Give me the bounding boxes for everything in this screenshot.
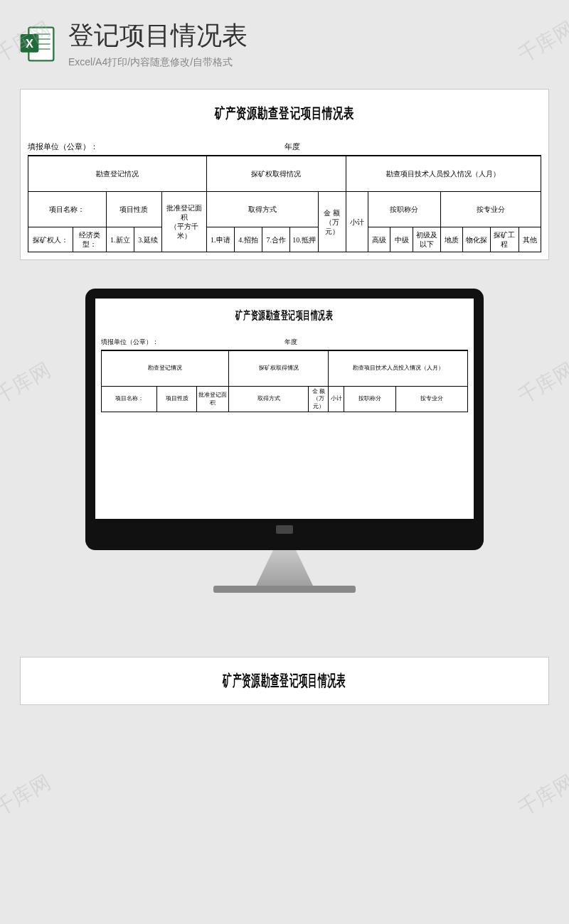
label-by-title: 按职称分	[368, 192, 441, 227]
monitor-mockup: 矿产资源勘查登记项目情况表 填报单位（公章）： 年度 勘查登记情况 探矿权取得情…	[0, 289, 569, 593]
page-title: 登记项目情况表	[68, 18, 248, 53]
monitor-stand	[256, 550, 313, 586]
label-mortgage: 10.抵押	[290, 227, 318, 252]
label-amount: 金 额（万元）	[318, 192, 346, 252]
label-prospect: 探矿工程	[491, 227, 519, 252]
document-title: 矿产资源勘查登记项目情况表	[171, 304, 398, 333]
label-subtotal: 小计	[346, 192, 368, 252]
label-geophys: 物化探	[463, 227, 491, 252]
bottom-title-strip: 矿产资源勘查登记项目情况表	[20, 657, 549, 705]
label-project-name: 项目名称：	[102, 387, 157, 412]
monitor-screen: 矿产资源勘查登记项目情况表 填报单位（公章）： 年度 勘查登记情况 探矿权取得情…	[95, 299, 474, 519]
label-bid: 4.招拍	[234, 227, 262, 252]
svg-text:X: X	[26, 36, 33, 49]
label-by-major: 按专业分	[396, 387, 468, 412]
label-acquire-method: 取得方式	[206, 192, 318, 227]
excel-file-icon: X	[17, 24, 57, 64]
label-subtotal: 小计	[329, 387, 344, 412]
meta-year: 年度	[284, 141, 541, 152]
label-approved-area: 批准登记面积 （平方千米）	[162, 192, 207, 252]
label-econ-type: 经济类型：	[73, 227, 106, 252]
monitor-bezel: 矿产资源勘查登记项目情况表 填报单位（公章）： 年度 勘查登记情况 探矿权取得情…	[85, 289, 484, 550]
section-mining-rights: 探矿权取得情况	[229, 351, 329, 387]
label-extend: 3.延续	[134, 227, 161, 252]
meta-filling-unit: 填报单位（公章）：	[28, 141, 284, 152]
meta-year: 年度	[284, 338, 468, 347]
section-mining-rights: 探矿权取得情况	[206, 156, 346, 192]
section-survey-reg: 勘查登记情况	[102, 351, 229, 387]
document-meta-row: 填报单位（公章）： 年度	[101, 333, 468, 350]
document-preview-card: 矿产资源勘查登记项目情况表 填报单位（公章）： 年度 勘查登记情况 探矿权取得情…	[20, 89, 549, 260]
document-title: 矿产资源勘查登记项目情况表	[132, 670, 437, 692]
label-junior: 初级及以下	[413, 227, 440, 252]
form-table: 勘查登记情况 探矿权取得情况 勘查项目技术人员投入情况（人月） 项目名称： 项目…	[28, 156, 541, 252]
page-header: X 登记项目情况表 Excel/A4打印/内容随意修改/自带格式	[0, 0, 569, 82]
label-approved-area: 批准登记面积	[197, 387, 229, 412]
section-survey-reg: 勘查登记情况	[28, 156, 207, 192]
label-project-nature: 项目性质	[106, 192, 161, 227]
label-amount: 金 额（万元）	[309, 387, 329, 412]
monitor-base	[213, 586, 356, 593]
label-senior: 高级	[368, 227, 390, 252]
label-by-major: 按专业分	[440, 192, 541, 227]
form-table: 勘查登记情况 探矿权取得情况 勘查项目技术人员投入情况（人月） 项目名称： 项目…	[101, 350, 468, 412]
label-new: 1.新立	[106, 227, 134, 252]
label-acquire-method: 取得方式	[229, 387, 309, 412]
label-apply: 1.申请	[206, 227, 234, 252]
label-mid: 中级	[390, 227, 413, 252]
monitor-logo-icon	[276, 525, 293, 534]
section-personnel: 勘查项目技术人员投入情况（人月）	[346, 156, 541, 192]
watermark: 千库网	[0, 769, 55, 822]
meta-filling-unit: 填报单位（公章）：	[101, 338, 284, 347]
watermark: 千库网	[514, 769, 569, 822]
document-meta-row: 填报单位（公章）： 年度	[28, 137, 541, 156]
document-title: 矿产资源勘查登记项目情况表	[100, 97, 469, 137]
label-by-title: 按职称分	[344, 387, 396, 412]
page-subtitle: Excel/A4打印/内容随意修改/自带格式	[68, 56, 248, 69]
label-other: 其他	[519, 227, 541, 252]
section-personnel: 勘查项目技术人员投入情况（人月）	[329, 351, 468, 387]
label-geology: 地质	[440, 227, 462, 252]
monitor-chin	[95, 519, 474, 540]
label-coop: 7.合作	[262, 227, 290, 252]
label-project-nature: 项目性质	[157, 387, 197, 412]
label-rights-holder: 探矿权人：	[28, 227, 73, 252]
label-project-name: 项目名称：	[28, 192, 107, 227]
